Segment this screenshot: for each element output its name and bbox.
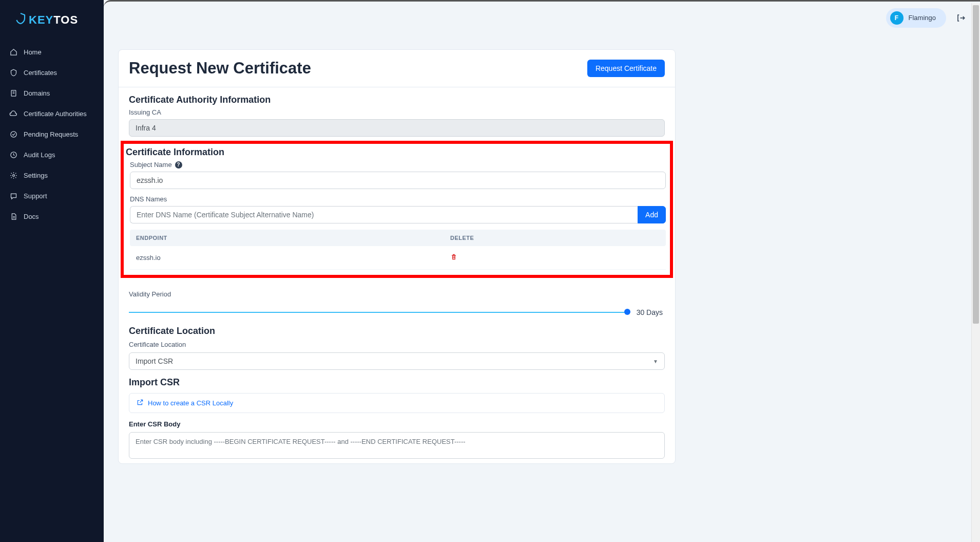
sidebar-item-certificates[interactable]: Certificates — [0, 63, 104, 82]
trash-icon[interactable] — [450, 254, 457, 262]
sidebar-item-domains[interactable]: Domains — [0, 83, 104, 103]
request-certificate-card: Request New Certificate Request Certific… — [118, 49, 676, 464]
external-link-icon — [137, 399, 144, 407]
ca-info-title: Certificate Authority Information — [123, 95, 665, 105]
slider-thumb[interactable] — [624, 309, 630, 315]
scrollbar-thumb[interactable] — [973, 5, 979, 324]
check-circle-icon — [9, 130, 17, 138]
subject-name-input[interactable] — [130, 172, 666, 189]
user-name: Flamingo — [909, 14, 936, 22]
svg-point-3 — [10, 131, 16, 137]
chat-icon — [9, 192, 17, 200]
sidebar-item-certificate-authorities[interactable]: Certificate Authorities — [0, 104, 104, 123]
svg-point-5 — [12, 174, 14, 176]
brand-logo: KEYTOS — [0, 7, 104, 42]
subject-name-label: Subject Name ? — [124, 161, 666, 169]
brand-key: KEY — [29, 13, 53, 26]
cloud-icon — [9, 109, 17, 118]
help-icon[interactable]: ? — [175, 161, 182, 169]
validity-slider[interactable] — [129, 311, 627, 313]
sidebar-item-label: Audit Logs — [24, 151, 55, 159]
certificate-location-value: Import CSR — [136, 357, 173, 365]
chevron-down-icon: ▼ — [653, 359, 658, 364]
avatar: F — [890, 11, 904, 25]
dns-name-input[interactable] — [130, 206, 638, 223]
sidebar-item-home[interactable]: Home — [0, 42, 104, 62]
csr-body-label: Enter CSR Body — [129, 420, 665, 428]
validity-period-label: Validity Period — [119, 290, 675, 298]
issuing-ca-field: Infra 4 — [129, 119, 665, 137]
sidebar-item-label: Docs — [24, 213, 39, 220]
endpoints-table: ENDPOINT DELETE ezssh.io — [130, 230, 666, 270]
col-endpoint: ENDPOINT — [136, 235, 450, 241]
subject-name-label-text: Subject Name — [130, 161, 172, 169]
slider-fill — [129, 312, 627, 313]
validity-value: 30 Days — [637, 308, 663, 316]
shield-outline-icon — [9, 68, 17, 77]
certificate-info-highlight: Certificate Information Subject Name ? D… — [121, 141, 673, 278]
topbar: F Flamingo — [104, 0, 980, 34]
domains-icon — [9, 89, 17, 97]
csr-help-link[interactable]: How to create a CSR Locally — [129, 393, 665, 413]
dns-names-label: DNS Names — [124, 195, 666, 203]
sidebar-item-audit-logs[interactable]: Audit Logs — [0, 145, 104, 164]
certificate-info-title: Certificate Information — [124, 147, 666, 158]
main-content: Request New Certificate Request Certific… — [104, 34, 686, 542]
document-icon — [9, 212, 17, 220]
validity-slider-wrap: 30 Days — [119, 298, 675, 320]
sidebar-item-label: Pending Requests — [24, 130, 78, 138]
import-csr-title: Import CSR — [129, 377, 665, 388]
sidebar-item-settings[interactable]: Settings — [0, 165, 104, 185]
sidebar-nav: Home Certificates Domains Certificate Au… — [0, 42, 104, 226]
sidebar-item-support[interactable]: Support — [0, 186, 104, 205]
ca-info-section: Certificate Authority Information Issuin… — [119, 87, 675, 140]
sidebar: KEYTOS Home Certificates Domains Certifi… — [0, 0, 104, 542]
logout-button[interactable] — [954, 11, 968, 25]
col-delete: DELETE — [450, 235, 660, 241]
card-header: Request New Certificate Request Certific… — [119, 50, 675, 87]
certificate-location-title: Certificate Location — [129, 326, 665, 337]
sidebar-item-pending-requests[interactable]: Pending Requests — [0, 124, 104, 144]
sidebar-item-label: Domains — [24, 89, 50, 97]
add-dns-button[interactable]: Add — [638, 206, 666, 223]
sidebar-item-label: Home — [24, 48, 42, 56]
sidebar-item-docs[interactable]: Docs — [0, 207, 104, 226]
user-menu[interactable]: F Flamingo — [886, 8, 946, 28]
sidebar-item-label: Settings — [24, 172, 48, 179]
endpoints-table-header: ENDPOINT DELETE — [130, 230, 666, 246]
scrollbar[interactable] — [971, 3, 980, 542]
gear-icon — [9, 171, 17, 179]
home-icon — [9, 48, 17, 56]
endpoint-cell: ezssh.io — [136, 254, 450, 261]
sidebar-item-label: Certificates — [24, 69, 57, 77]
page-title: Request New Certificate — [129, 59, 311, 78]
certificate-location-label: Certificate Location — [129, 341, 665, 348]
csr-body-textarea[interactable] — [129, 432, 665, 459]
csr-help-link-text: How to create a CSR Locally — [148, 399, 233, 407]
certificate-location-section: Certificate Location Certificate Locatio… — [119, 320, 675, 463]
request-certificate-button[interactable]: Request Certificate — [587, 60, 665, 77]
certificate-location-select[interactable]: Import CSR ▼ — [129, 352, 665, 370]
sidebar-item-label: Support — [24, 192, 47, 200]
clock-icon — [9, 151, 17, 159]
shield-icon — [15, 12, 26, 28]
sidebar-item-label: Certificate Authorities — [24, 110, 87, 118]
issuing-ca-label: Issuing CA — [123, 108, 665, 116]
brand-tos: TOS — [53, 13, 78, 26]
table-row: ezssh.io — [130, 246, 666, 270]
